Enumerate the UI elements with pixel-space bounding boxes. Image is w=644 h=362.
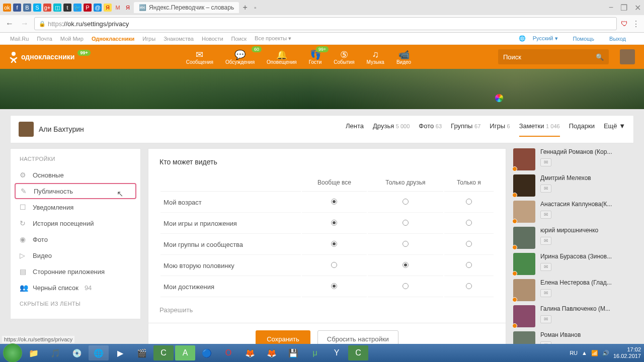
portal-link-news[interactable]: Новости (202, 36, 223, 42)
avatar[interactable] (19, 122, 34, 137)
taskbar-app1[interactable]: ▶ (110, 345, 130, 360)
taskbar-app5[interactable]: 🦊 (262, 345, 282, 360)
taskbar-explorer[interactable]: 📁 (24, 345, 44, 360)
radio-option[interactable] (331, 220, 337, 226)
portal-link-ok[interactable]: Одноклассники (92, 36, 134, 42)
taskbar-opera[interactable]: O (218, 345, 238, 360)
friend-avatar[interactable] (513, 253, 535, 275)
tab-icon-twitter[interactable]: 🐦 (73, 4, 82, 12)
friend-avatar[interactable] (513, 148, 535, 170)
radio-option[interactable] (331, 199, 337, 205)
friend-item[interactable]: Геннадий Романов (Кор...✉ (513, 148, 634, 170)
tab-icon-yandex[interactable]: Я (104, 4, 112, 12)
message-button[interactable]: ✉ (540, 289, 551, 297)
tab-photos[interactable]: Фото 63 (419, 122, 442, 137)
tab-icon-tumblr[interactable]: t (63, 4, 71, 12)
tab-icon-vk[interactable]: B (23, 4, 31, 12)
message-button[interactable]: ✉ (540, 158, 551, 166)
portal-link-search[interactable]: Поиск (231, 36, 247, 42)
message-button[interactable]: ✉ (540, 185, 551, 193)
window-minimize[interactable]: − (609, 3, 613, 13)
tab-notes[interactable]: Заметки 1 046 (519, 122, 560, 137)
portal-link-games[interactable]: Игры (142, 36, 155, 42)
taskbar-app6[interactable]: 💾 (283, 345, 303, 360)
friend-avatar[interactable] (513, 279, 535, 301)
tray-volume-icon[interactable]: 🔊 (602, 350, 609, 356)
cover-color-picker[interactable] (495, 94, 503, 102)
portal-link-mailru[interactable]: Mail.Ru (10, 36, 29, 42)
friend-item[interactable]: юрий мирошниченко✉ (513, 227, 634, 249)
tab-groups[interactable]: Группы 67 (451, 122, 480, 137)
tab-friends[interactable]: Друзья 5 000 (373, 122, 410, 137)
start-button[interactable] (3, 343, 22, 362)
settings-item-3[interactable]: ↻История посещений (11, 215, 140, 231)
radio-option[interactable] (466, 262, 472, 268)
nav-discussions[interactable]: 💬Обсуждения60 (225, 49, 255, 65)
tab-icon-ya[interactable]: Я (124, 4, 132, 12)
browser-menu[interactable]: ⋮ (632, 19, 640, 29)
nav-guests[interactable]: 👣Гости99+ (309, 49, 321, 65)
taskbar-app8[interactable]: C (348, 345, 368, 360)
settings-item-5[interactable]: ▷Видео (11, 247, 140, 263)
user-avatar[interactable] (620, 49, 635, 64)
tab-icon-gplus[interactable]: g+ (43, 4, 51, 12)
tab-gifts[interactable]: Подарки (569, 122, 595, 137)
extension-icon-abp[interactable]: 🛡 (621, 20, 628, 28)
site-logo[interactable]: одноклассники 99+ (9, 51, 91, 63)
nav-notifications[interactable]: 🔔Оповещения (267, 49, 297, 65)
friend-avatar[interactable] (513, 174, 535, 197)
tab-more[interactable]: Ещё ▼ (604, 122, 625, 137)
settings-item-0[interactable]: ⚙Основные (11, 167, 140, 183)
taskbar-chrome2[interactable]: 🔵 (197, 345, 217, 360)
settings-item-2[interactable]: ☐Уведомления (11, 199, 140, 215)
help-link[interactable]: Помощь (573, 36, 595, 42)
portal-link-dating[interactable]: Знакомства (164, 36, 194, 42)
browser-tab-active[interactable]: 🔤 Яндекс.Переводчик – словарь (134, 2, 239, 13)
taskbar-music[interactable]: 🎵 (45, 345, 65, 360)
tab-icon-ok[interactable]: ok (3, 4, 11, 12)
radio-option[interactable] (466, 241, 472, 247)
friend-item[interactable]: Галина Павлюченко (М...✉ (513, 305, 634, 327)
message-button[interactable]: ✉ (540, 315, 551, 323)
friend-avatar[interactable] (513, 305, 535, 327)
tab-icon-1[interactable]: ◫ (53, 4, 61, 12)
new-tab-button[interactable]: + (241, 4, 249, 12)
friend-item[interactable]: Ирина Бурасова (Зинов...✉ (513, 253, 634, 275)
nav-music[interactable]: ♫Музыка (367, 49, 384, 65)
message-button[interactable]: ✉ (540, 211, 551, 219)
taskbar-app7[interactable]: μ (305, 345, 325, 360)
logout-link[interactable]: Выход (609, 36, 626, 42)
friend-item[interactable]: Елена Нестерова (Глад...✉ (513, 279, 634, 301)
tray-up-icon[interactable]: ▲ (582, 350, 587, 356)
tray-clock[interactable]: 17:02 16.02.2017 (613, 346, 641, 359)
tab-icon-pinterest[interactable]: P (84, 4, 92, 12)
window-maximize[interactable]: ❐ (620, 3, 627, 13)
nav-events[interactable]: ⑤События (334, 49, 354, 65)
radio-option[interactable] (403, 283, 409, 289)
settings-item-1[interactable]: ✎Публичность↖ (15, 183, 136, 199)
back-button[interactable]: ← (4, 18, 15, 29)
message-button[interactable]: ✉ (540, 263, 551, 271)
settings-item-7[interactable]: 👥Черный список94 (11, 280, 140, 296)
tab-feed[interactable]: Лента (346, 122, 364, 137)
taskbar-app2[interactable]: C (153, 345, 174, 360)
radio-option[interactable] (331, 283, 337, 289)
settings-item-4[interactable]: ◉Фото (11, 231, 140, 247)
address-bar[interactable]: 🔒 https://ok.ru/settings/privacy (34, 17, 617, 30)
tray-network-icon[interactable]: 📶 (591, 350, 598, 356)
friend-item[interactable]: Анастасия Каплунова(К...✉ (513, 201, 634, 223)
taskbar-app3[interactable]: A (175, 345, 195, 360)
search-box[interactable]: Поиск 🔍 (498, 49, 609, 64)
friend-item[interactable]: Дмитрий Мелехов✉ (513, 174, 634, 197)
friend-avatar[interactable] (513, 201, 535, 223)
tab-icon-gmail[interactable]: M (114, 4, 122, 12)
lang-switch[interactable]: Русский ▾ (533, 35, 558, 42)
taskbar-app4[interactable]: 🦊 (240, 345, 260, 360)
portal-link-mail[interactable]: Почта (37, 36, 52, 42)
forward-button[interactable]: → (19, 18, 30, 29)
tab-games[interactable]: Игры 6 (490, 122, 510, 137)
window-close[interactable]: ✕ (634, 3, 641, 13)
radio-option[interactable] (403, 262, 409, 268)
tray-lang[interactable]: RU (570, 350, 578, 356)
profile-name[interactable]: Али Бахтурин (39, 125, 84, 133)
